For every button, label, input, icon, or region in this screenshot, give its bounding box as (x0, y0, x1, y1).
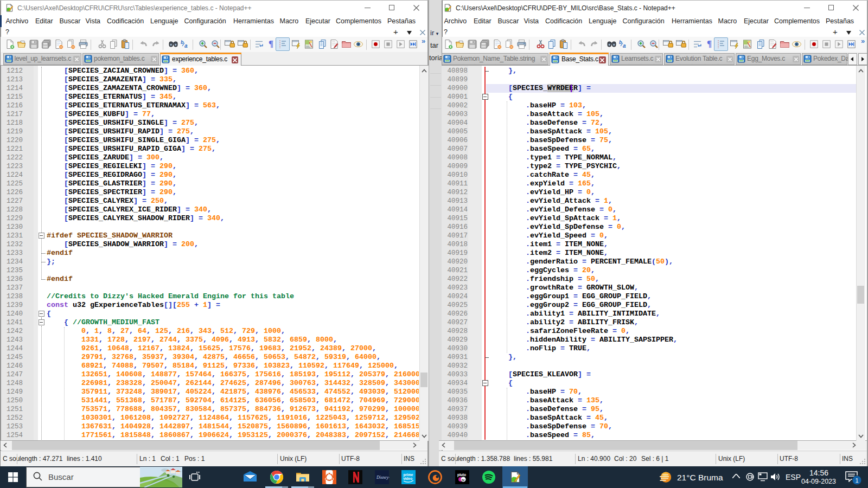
svg-text:tv: tv (462, 478, 465, 481)
svg-text:Disney+: Disney+ (376, 475, 390, 480)
svg-text:pluto: pluto (457, 473, 466, 477)
svg-text:video: video (403, 477, 412, 480)
svg-text:1: 1 (856, 477, 859, 484)
